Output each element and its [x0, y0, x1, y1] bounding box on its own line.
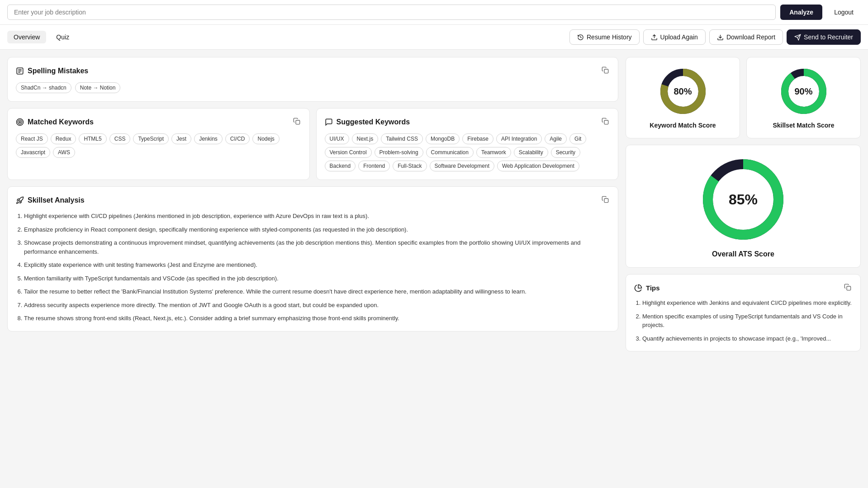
skillset-copy-button[interactable]	[601, 195, 610, 205]
matched-keywords-card: Matched Keywords React JSReduxHTML5CSSTy…	[7, 108, 310, 180]
header: Analyze Logout	[0, 0, 868, 25]
skillset-item: Showcase projects demonstrating a contin…	[24, 238, 610, 256]
spelling-mistakes-card: Spelling Mistakes ShadCn → shadcn Note →…	[7, 57, 618, 102]
download-icon	[717, 34, 724, 41]
keyword-score-title: Keyword Match Score	[650, 122, 716, 129]
tips-item: Highlight experience with Jenkins and eq…	[642, 298, 852, 308]
rocket-icon	[16, 196, 24, 204]
resume-history-button[interactable]: Resume History	[569, 29, 640, 45]
matched-tag: CI/CD	[225, 133, 250, 144]
tips-item: Mention specific examples of using TypeS…	[642, 312, 852, 330]
svg-rect-14	[604, 199, 608, 203]
skillset-score-label: 90%	[794, 86, 812, 97]
suggested-tag: Web Application Development	[497, 161, 579, 171]
copy-icon	[602, 196, 609, 203]
send-to-recruiter-button[interactable]: Send to Recruiter	[787, 29, 861, 45]
send-icon	[794, 34, 801, 41]
skillset-item: Tailor the resume to better reflect the …	[24, 287, 610, 296]
matched-tag: Redux	[51, 133, 76, 144]
keyword-match-card: 80% Keyword Match Score	[626, 57, 740, 138]
suggested-tag: Git	[569, 133, 586, 144]
skillset-item: Highlight experience with CI/CD pipeline…	[24, 212, 610, 221]
skillset-title: Skillset Analysis	[16, 196, 85, 204]
spelling-tags: ShadCn → shadcn Note → Notion	[16, 82, 610, 93]
tips-icon	[634, 284, 642, 292]
upload-again-button[interactable]: Upload Again	[643, 29, 706, 45]
logout-button[interactable]: Logout	[827, 5, 861, 20]
suggested-tag: Security	[551, 147, 580, 158]
document-icon	[16, 67, 24, 75]
copy-icon	[844, 284, 851, 291]
tab-quiz[interactable]: Quiz	[50, 31, 76, 43]
overall-ats-card: 85% Overall ATS Score	[626, 145, 861, 268]
skillset-analysis-card: Skillset Analysis Highlight experience w…	[7, 186, 618, 332]
svg-rect-12	[296, 120, 300, 124]
suggested-tag: Frontend	[358, 161, 390, 171]
tips-item: Quantify achievements in projects to sho…	[642, 334, 852, 343]
suggested-tag: Tailwind CSS	[381, 133, 423, 144]
tab-overview[interactable]: Overview	[7, 31, 46, 43]
suggested-tag: Agile	[545, 133, 567, 144]
matched-tag: Jenkins	[194, 133, 223, 144]
skillset-list: Highlight experience with CI/CD pipeline…	[16, 212, 610, 323]
suggested-tag: Software Development	[430, 161, 494, 171]
skillset-match-card: 90% Skillset Match Score	[746, 57, 861, 138]
suggested-tag: Version Control	[325, 147, 372, 158]
overall-score-title: Overall ATS Score	[712, 250, 774, 258]
keyword-donut: 80%	[658, 66, 708, 116]
matched-tag: Javascript	[16, 147, 50, 158]
overall-score-label: 85%	[729, 191, 758, 208]
analyze-button[interactable]: Analyze	[780, 5, 822, 20]
spell-tag-2: Note → Notion	[75, 82, 121, 93]
job-description-input[interactable]	[7, 5, 776, 20]
skillset-item: Address security aspects experience more…	[24, 301, 610, 310]
svg-rect-21	[847, 286, 851, 290]
download-report-button[interactable]: Download Report	[709, 29, 783, 45]
suggested-keywords-title: Suggested Keywords	[325, 118, 410, 126]
suggested-tag: UI/UX	[325, 133, 349, 144]
svg-point-10	[18, 120, 22, 124]
svg-rect-13	[604, 120, 608, 124]
suggested-tag: API Integration	[496, 133, 542, 144]
suggested-tag: MongoDB	[426, 133, 460, 144]
svg-rect-8	[604, 69, 608, 73]
suggested-copy-button[interactable]	[601, 117, 610, 127]
spelling-copy-button[interactable]	[601, 66, 610, 76]
suggested-tag: Scalability	[514, 147, 548, 158]
suggested-tag: Full-Stack	[393, 161, 427, 171]
matched-tag: TypeScript	[133, 133, 169, 144]
suggested-tag: Communication	[426, 147, 474, 158]
suggested-tag: Next.js	[352, 133, 379, 144]
matched-copy-button[interactable]	[292, 117, 301, 127]
suggested-keywords-card: Suggested Keywords UI/UXNext.jsTailwind …	[316, 108, 619, 180]
skillset-item: Explicitly state experience with unit te…	[24, 261, 610, 270]
matched-tag: React JS	[16, 133, 48, 144]
matched-keywords-title: Matched Keywords	[16, 118, 94, 126]
tips-copy-button[interactable]	[843, 283, 852, 293]
right-panel: 80% Keyword Match Score 90% Skillset Mat…	[626, 57, 861, 351]
suggested-tag: Teamwork	[476, 147, 511, 158]
copy-icon	[293, 118, 300, 125]
suggested-tags: UI/UXNext.jsTailwind CSSMongoDBFirebaseA…	[325, 133, 610, 171]
skillset-item: Mention familiarity with TypeScript fund…	[24, 274, 610, 283]
matched-tag: HTML5	[79, 133, 106, 144]
overall-donut: 85%	[698, 154, 788, 245]
suggested-tag: Problem-solving	[375, 147, 423, 158]
target-icon	[16, 118, 24, 126]
matched-tag: Nodejs	[252, 133, 279, 144]
score-row: 80% Keyword Match Score 90% Skillset Mat…	[626, 57, 861, 138]
skillset-score-title: Skillset Match Score	[773, 122, 834, 129]
skillset-item: Emphasize proficiency in React component…	[24, 225, 610, 234]
keywords-row: Matched Keywords React JSReduxHTML5CSSTy…	[7, 108, 618, 180]
message-icon	[325, 118, 333, 126]
tips-list: Highlight experience with Jenkins and eq…	[634, 298, 852, 343]
keyword-score-label: 80%	[674, 86, 692, 97]
matched-tag: AWS	[53, 147, 75, 158]
svg-point-11	[19, 121, 21, 123]
upload-icon	[651, 34, 658, 41]
main-content: Spelling Mistakes ShadCn → shadcn Note →…	[0, 50, 868, 359]
skillset-donut: 90%	[779, 66, 829, 116]
spell-tag-1: ShadCn → shadcn	[16, 82, 71, 93]
navbar: Overview Quiz Resume History Upload Agai…	[0, 25, 868, 50]
matched-tag: CSS	[109, 133, 131, 144]
